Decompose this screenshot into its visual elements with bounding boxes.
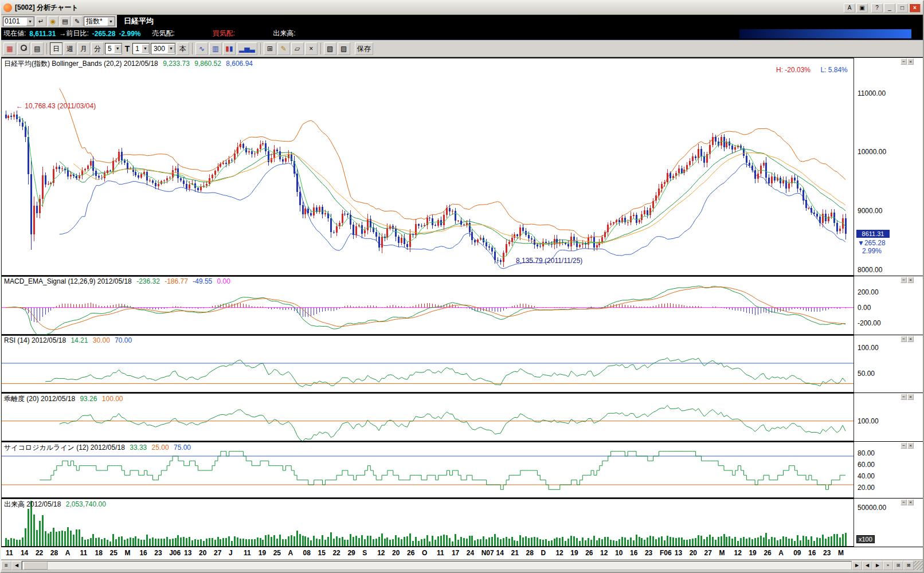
copy-page-button[interactable]: ▤ [31, 42, 44, 55]
titlebar-window-icon-button[interactable]: ▣ [856, 3, 868, 13]
eraser-button[interactable]: ▱ [291, 42, 304, 55]
splitter-handle[interactable]: ≡ [1, 561, 11, 570]
time-axis-label: O [422, 549, 427, 557]
edit-button[interactable]: ✎ [72, 16, 83, 26]
panel-close-button[interactable]: × [907, 58, 914, 65]
code-combo[interactable]: ▼ [3, 17, 34, 26]
time-axis-label: F06 [660, 549, 672, 557]
help-button[interactable]: ? [871, 3, 883, 13]
zoom-button[interactable] [17, 42, 30, 55]
enter-button[interactable]: ↵ [36, 16, 46, 26]
go-latest-button[interactable]: » [883, 561, 893, 570]
resize-grip[interactable] [914, 561, 923, 570]
period-weekly-button[interactable]: 週 [64, 42, 76, 55]
macd-hist-value: -49.55 [193, 277, 212, 285]
panel-minimize-button[interactable]: − [900, 277, 907, 283]
titlebar: [5002] 分析チャート A ▣ ? _ □ × [1, 1, 923, 15]
volume-panel: 出来高 2012/05/18 2,053,740.00 50000.00 x10… [1, 498, 923, 547]
new-chart-button[interactable]: ▦ [3, 42, 16, 55]
quote-bar: 現在値: 8,611.31 →前日比: -265.28 -2.99% 売気配: … [1, 28, 923, 40]
scrollbar-track[interactable] [22, 561, 852, 570]
panel-close-button[interactable]: × [907, 277, 914, 283]
panel-buttons: − × [900, 277, 914, 283]
titlebar-a-button[interactable]: A [844, 3, 855, 13]
candle-chart-button[interactable]: ▮▮ [223, 42, 236, 55]
chevron-down-icon[interactable]: ▼ [107, 17, 115, 26]
window-title: [5002] 分析チャート [15, 3, 843, 13]
scroll-right-button[interactable]: ▶ [852, 561, 862, 570]
psych-high-line-value: 75.00 [174, 444, 191, 452]
scroll-left-button[interactable]: ◀ [11, 561, 22, 570]
bar-chart-button[interactable]: ▥ [209, 42, 222, 55]
panel-buttons: − × [900, 442, 914, 449]
line-chart-button[interactable]: ∿ [195, 42, 208, 55]
memo-button[interactable]: ▤ [60, 16, 71, 26]
ask-label: 売気配: [152, 29, 174, 38]
bars-combo[interactable]: 300 ▼ [151, 43, 175, 54]
period-daily-button[interactable]: 日 [50, 42, 62, 55]
lookup-button[interactable]: ◉ [48, 16, 58, 26]
change-value: -265.28 [92, 30, 116, 38]
symbol-entry-group: ▼ ↵ ◉ ▤ ✎ 指数* ▼ [1, 15, 117, 28]
grid-button[interactable]: ⊞ [264, 42, 276, 55]
period-high-annotation: ← 10,768.43 (2011/03/04) [16, 102, 96, 110]
chevron-down-icon[interactable]: ▼ [167, 44, 175, 53]
kairi-legend: 乖離度 (20) 2012/05/18 93.26 100.00 [4, 394, 126, 404]
price-chart-plot[interactable] [1, 58, 854, 276]
time-axis-label: 27 [704, 549, 712, 557]
category-combo[interactable]: 指数* ▼ [84, 17, 115, 26]
save-button[interactable]: 保存 [355, 42, 373, 55]
period-minute-button[interactable]: 分 [91, 42, 104, 55]
time-axis-label: 12 [600, 549, 608, 557]
volume-plot[interactable] [1, 499, 854, 547]
panel-close-button[interactable]: × [907, 336, 914, 342]
page-left-button[interactable]: ◀ [862, 561, 872, 570]
interval-combo[interactable]: 5 ▼ [105, 43, 122, 54]
change-pct-badge: 2.99% [862, 247, 882, 255]
macd-legend: MACD_EMA_Signal (12,26,9) 2012/05/18 -23… [4, 277, 233, 285]
kairi-plot[interactable] [1, 393, 854, 441]
panel-close-button[interactable]: × [907, 499, 914, 505]
panel-minimize-button[interactable]: − [900, 394, 907, 400]
layout-button[interactable]: ▨ [338, 42, 350, 55]
panel-minimize-button[interactable]: − [900, 336, 907, 342]
panel-close-button[interactable]: × [907, 394, 914, 400]
kairi-line-value: 100.00 [102, 395, 123, 403]
panel-minimize-button[interactable]: − [900, 442, 907, 449]
code-input[interactable] [3, 17, 26, 25]
interval-value: 5 [105, 45, 114, 53]
rsi-value: 14.21 [71, 336, 88, 344]
close-panel-button[interactable]: ⊠ [903, 561, 914, 570]
volume-chart-button[interactable]: ▂▅▃ [237, 42, 257, 55]
rsi-legend: RSI (14) 2012/05/18 14.21 30.00 70.00 [4, 336, 135, 344]
scrollbar-thumb[interactable] [24, 562, 48, 570]
restore-button[interactable]: □ [896, 3, 908, 13]
panel-minimize-button[interactable]: − [900, 499, 907, 505]
bars-unit-button[interactable]: 本 [177, 42, 189, 55]
time-axis-label: 16 [630, 549, 637, 557]
grid-toggle-button[interactable]: ⊞ [893, 561, 903, 570]
minimize-button[interactable]: _ [884, 3, 895, 13]
axis-tick-label: 9000.00 [858, 207, 882, 215]
panel-minimize-button[interactable]: − [900, 58, 907, 65]
time-axis: 11142228A111825M1623J06132027J111925A081… [1, 547, 923, 559]
page-right-button[interactable]: ▶ [872, 561, 883, 570]
chevron-down-icon[interactable]: ▼ [114, 44, 122, 53]
close-button[interactable]: × [909, 3, 921, 13]
time-axis-label: 20 [392, 549, 400, 557]
chevron-down-icon[interactable]: ▼ [26, 17, 34, 26]
time-axis-label: 13 [184, 549, 191, 557]
chevron-down-icon[interactable]: ▼ [142, 44, 149, 53]
time-axis-label: S [362, 549, 367, 557]
draw-button[interactable]: ✎ [277, 42, 290, 55]
delete-drawing-button[interactable]: × [305, 42, 318, 55]
axis-tick-label: -200.00 [858, 319, 881, 327]
duplicate-button[interactable]: ▧ [324, 42, 336, 55]
period-monthly-button[interactable]: 月 [77, 42, 90, 55]
bb-upper-value: 9,860.52 [194, 60, 221, 68]
time-axis-label: A [778, 549, 784, 557]
toolbar-separator [260, 43, 261, 54]
t-combo[interactable]: 1 ▼ [132, 43, 150, 54]
rsi-legend-title: RSI (14) 2012/05/18 [4, 336, 66, 344]
panel-close-button[interactable]: × [907, 442, 914, 449]
